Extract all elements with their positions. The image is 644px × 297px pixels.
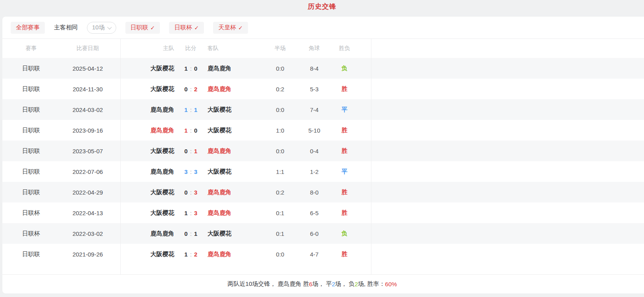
result-badge: 胜 bbox=[329, 251, 360, 258]
corners-cell: 8-0 bbox=[300, 189, 329, 196]
date-cell: 2022-07-06 bbox=[60, 168, 115, 175]
summary-win-rate: 60% bbox=[385, 281, 397, 287]
home-score: 1 bbox=[185, 106, 188, 113]
column-divider bbox=[120, 39, 121, 274]
header-result: 胜负 bbox=[329, 45, 360, 52]
home-score: 1 bbox=[185, 251, 188, 258]
home-team: 大阪樱花 bbox=[115, 85, 175, 93]
away-score: 1 bbox=[194, 148, 197, 154]
header-score: 比分 bbox=[175, 45, 207, 52]
h2h-panel: 全部赛事 主客相同 10场 日职联 ✓ 日联杯 ✓ 天皇杯 ✓ 赛事 比赛日期 … bbox=[2, 17, 644, 293]
result-badge: 胜 bbox=[329, 189, 360, 196]
home-team: 大阪樱花 bbox=[115, 209, 175, 217]
header-half: 半场 bbox=[260, 45, 300, 52]
summary-bar: 两队近10场交锋， 鹿岛鹿角 胜 6 场， 平 2 场， 负 2 场, 胜率： … bbox=[2, 274, 644, 293]
header-corner: 角球 bbox=[300, 45, 329, 52]
filter-league-j1-button[interactable]: 日职联 ✓ bbox=[125, 22, 160, 34]
away-team: 大阪樱花 bbox=[207, 106, 260, 114]
header-home: 主队 bbox=[115, 45, 175, 52]
home-score: 3 bbox=[185, 168, 188, 175]
home-score: 1 bbox=[185, 210, 188, 216]
filter-emperor-cup-button[interactable]: 天皇杯 ✓ bbox=[213, 22, 248, 34]
table-row: 日联杯 2022-03-02 鹿岛鹿角 0:1 大阪樱花 0:1 6-0 负 bbox=[2, 223, 644, 244]
half-time-cell: 0:0 bbox=[260, 106, 300, 113]
summary-text: 场， 平 bbox=[312, 280, 332, 288]
result-badge: 平 bbox=[329, 168, 360, 176]
score-separator: : bbox=[190, 251, 192, 258]
score-cell: 1:0 bbox=[175, 127, 207, 134]
match-count-select[interactable]: 10场 bbox=[87, 22, 116, 34]
score-cell: 3:3 bbox=[175, 168, 207, 175]
filter-all-matches-button[interactable]: 全部赛事 bbox=[11, 22, 45, 34]
corners-cell: 5-10 bbox=[300, 127, 329, 134]
summary-draws-count: 2 bbox=[332, 281, 335, 287]
league-cell: 日职联 bbox=[2, 189, 60, 196]
result-badge: 胜 bbox=[329, 209, 360, 217]
league-cell: 日职联 bbox=[2, 65, 60, 72]
score-separator: : bbox=[190, 168, 192, 175]
score-separator: : bbox=[190, 86, 192, 93]
away-score: 2 bbox=[194, 251, 197, 258]
table-header-row: 赛事 比赛日期 主队 比分 客队 半场 角球 胜负 bbox=[2, 39, 644, 58]
league-cell: 日职联 bbox=[2, 251, 60, 258]
home-team: 大阪樱花 bbox=[115, 65, 175, 72]
summary-wins-count: 6 bbox=[309, 281, 312, 287]
result-badge: 负 bbox=[329, 230, 360, 237]
header-date: 比赛日期 bbox=[60, 45, 115, 52]
away-team: 鹿岛鹿角 bbox=[207, 209, 260, 217]
half-time-cell: 1:1 bbox=[260, 168, 300, 175]
home-team: 大阪樱花 bbox=[115, 147, 175, 155]
league-cell: 日职联 bbox=[2, 147, 60, 155]
table-row: 日联杯 2022-04-13 大阪樱花 1:3 鹿岛鹿角 0:1 6-5 胜 bbox=[2, 202, 644, 223]
league-cell: 日职联 bbox=[2, 168, 60, 176]
away-team: 鹿岛鹿角 bbox=[207, 251, 260, 258]
date-cell: 2023-05-07 bbox=[60, 148, 115, 154]
away-score: 3 bbox=[194, 168, 197, 175]
home-team: 鹿岛鹿角 bbox=[115, 168, 175, 176]
score-cell: 0:1 bbox=[175, 148, 207, 154]
half-time-cell: 0:2 bbox=[260, 189, 300, 196]
table-row: 日职联 2022-07-06 鹿岛鹿角 3:3 大阪樱花 1:1 1-2 平 bbox=[2, 161, 644, 182]
corners-cell: 5-3 bbox=[300, 86, 329, 93]
league-cell: 日联杯 bbox=[2, 230, 60, 237]
filter-same-venue-button[interactable]: 主客相同 bbox=[54, 24, 78, 31]
header-league: 赛事 bbox=[2, 45, 60, 52]
home-score: 0 bbox=[185, 189, 188, 196]
home-score: 0 bbox=[185, 86, 188, 93]
home-team: 鹿岛鹿角 bbox=[115, 106, 175, 114]
date-cell: 2024-11-30 bbox=[60, 86, 115, 93]
match-count-value: 10场 bbox=[92, 24, 105, 31]
filter-all-matches-label: 全部赛事 bbox=[16, 24, 40, 31]
score-cell: 1:3 bbox=[175, 210, 207, 216]
half-time-cell: 0:1 bbox=[260, 230, 300, 237]
home-team: 大阪樱花 bbox=[115, 251, 175, 258]
result-badge: 胜 bbox=[329, 85, 360, 93]
home-score: 1 bbox=[185, 127, 188, 134]
score-separator: : bbox=[190, 148, 192, 154]
filter-bar: 全部赛事 主客相同 10场 日职联 ✓ 日联杯 ✓ 天皇杯 ✓ bbox=[2, 17, 644, 39]
half-time-cell: 1:0 bbox=[260, 127, 300, 134]
chevron-down-icon bbox=[107, 25, 111, 29]
date-cell: 2022-04-29 bbox=[60, 189, 115, 196]
table-row: 日职联 2024-11-30 大阪樱花 0:2 鹿岛鹿角 0:2 5-3 胜 bbox=[2, 79, 644, 99]
corners-cell: 6-5 bbox=[300, 210, 329, 216]
filter-league-cup-label: 日联杯 bbox=[174, 24, 192, 31]
away-score: 0 bbox=[194, 127, 197, 134]
summary-text: 场， 负 bbox=[335, 280, 355, 288]
result-badge: 胜 bbox=[329, 127, 360, 134]
filter-league-cup-button[interactable]: 日联杯 ✓ bbox=[169, 22, 204, 34]
corners-cell: 0-4 bbox=[300, 148, 329, 154]
date-cell: 2022-04-13 bbox=[60, 210, 115, 216]
corners-cell: 4-7 bbox=[300, 251, 329, 258]
date-cell: 2021-09-26 bbox=[60, 251, 115, 258]
away-team: 鹿岛鹿角 bbox=[207, 189, 260, 196]
score-separator: : bbox=[190, 65, 192, 72]
date-cell: 2024-03-02 bbox=[60, 106, 115, 113]
check-icon: ✓ bbox=[194, 25, 199, 31]
league-cell: 日职联 bbox=[2, 85, 60, 93]
date-cell: 2025-04-12 bbox=[60, 65, 115, 72]
corners-cell: 8-4 bbox=[300, 65, 329, 72]
home-team: 大阪樱花 bbox=[115, 189, 175, 196]
away-score: 3 bbox=[194, 210, 197, 216]
filter-same-venue-label: 主客相同 bbox=[54, 24, 78, 31]
